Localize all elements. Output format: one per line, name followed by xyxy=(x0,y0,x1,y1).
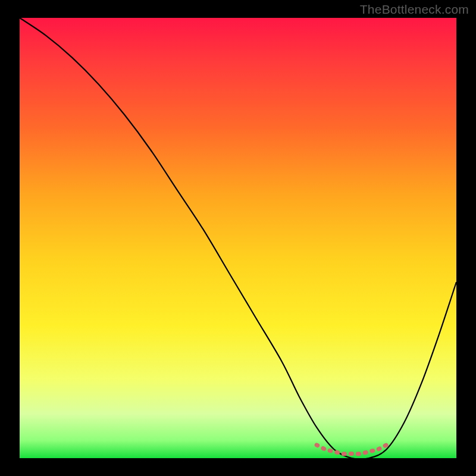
plot-background xyxy=(20,18,456,458)
chart-frame: TheBottleneck.com xyxy=(0,0,476,476)
watermark-text: TheBottleneck.com xyxy=(360,2,469,17)
chart-svg xyxy=(0,0,476,476)
